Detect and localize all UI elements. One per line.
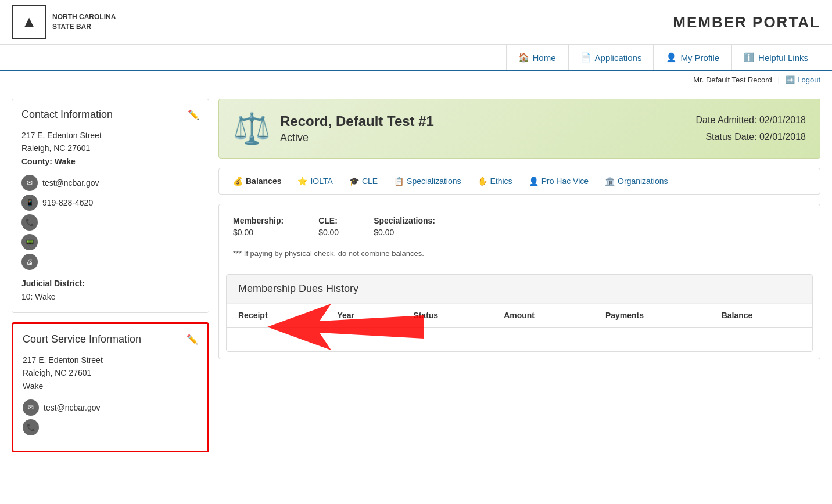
court-address-line1: 217 E. Edenton Street — [23, 354, 198, 366]
logo-symbol: ▲ — [12, 5, 46, 39]
court-email-row: ✉ test@ncbar.gov — [23, 399, 198, 416]
date-admitted-value: 02/01/2018 — [759, 115, 806, 125]
contact-info-title: Contact Information — [21, 109, 113, 121]
col-status: Status — [401, 304, 492, 327]
tab-ethics[interactable]: ✋ Ethics — [471, 173, 519, 189]
contact-edit-button[interactable]: ✏️ — [188, 109, 199, 120]
sidebar: Contact Information ✏️ 217 E. Edenton St… — [12, 99, 209, 452]
dues-history-table: Receipt Year Status Amount Payments Bala… — [227, 304, 812, 328]
membership-value: $0.00 — [233, 228, 284, 237]
county-line: County: Wake — [21, 155, 199, 168]
email-icon: ✉ — [21, 175, 38, 191]
court-card-header: Court Service Information ✏️ — [23, 333, 198, 345]
contact-fax-row: 🖨 — [21, 254, 199, 270]
court-county: Wake — [23, 380, 198, 393]
judicial-district-block: Judicial District: 10: Wake — [21, 277, 199, 303]
court-service-info-card: Court Service Information ✏️ 217 E. Eden… — [12, 322, 209, 452]
user-name: Mr. Default Test Record — [693, 75, 772, 84]
table-wrapper: Receipt Year Status Amount Payments Bala… — [227, 304, 812, 328]
county-value: Wake — [55, 157, 76, 166]
status-date-line: Status Date: 02/01/2018 — [696, 129, 806, 146]
cle-label: CLE: — [318, 216, 339, 225]
org-name: NORTH CAROLINA STATE BAR — [52, 12, 116, 32]
court-phone-row: 📞 — [23, 419, 198, 435]
phone-icon: 📞 — [21, 214, 38, 231]
court-address: 217 E. Edenton Street Raleigh, NC 27601 … — [23, 354, 198, 393]
nav-helpful-links[interactable]: ℹ️ Helpful Links — [731, 45, 820, 70]
contact-icons-list: ✉ test@ncbar.gov 📱 919-828-4620 📞 📟 🖨 — [21, 175, 199, 270]
main-content: ⚖️ Record, Default Test #1 Active Date A… — [218, 99, 820, 359]
date-admitted-label: Date Admitted: — [696, 115, 757, 125]
nav-my-profile[interactable]: 👤 My Profile — [654, 45, 731, 70]
specializations-label: Specializations: — [374, 216, 435, 225]
contact-mobile2-row: 📟 — [21, 234, 199, 250]
specializations-icon: 📋 — [394, 177, 404, 186]
profile-info: Record, Default Test #1 Active — [280, 113, 434, 144]
court-address-line2: Raleigh, NC 27601 — [23, 366, 198, 379]
nav-bar: 🏠 Home 📄 Applications 👤 My Profile ℹ️ He… — [0, 45, 832, 71]
balances-section: Membership: $0.00 CLE: $0.00 Specializat… — [218, 204, 820, 359]
nav-applications[interactable]: 📄 Applications — [568, 45, 654, 70]
tab-iolta[interactable]: ⭐ IOLTA — [291, 173, 339, 189]
cle-icon: 🎓 — [349, 177, 359, 186]
user-bar: Mr. Default Test Record | ➡️ Logout — [0, 71, 832, 89]
court-phone-icon: 📞 — [23, 419, 39, 435]
court-service-title: Court Service Information — [23, 333, 141, 345]
dues-history-title: Membership Dues History — [227, 275, 812, 304]
contact-card-header: Contact Information ✏️ — [21, 109, 199, 121]
dues-history-section: Membership Dues History Receipt Year Sta… — [226, 274, 813, 352]
cle-value: $0.00 — [318, 228, 339, 237]
portal-title: MEMBER PORTAL — [673, 13, 820, 31]
profile-card: ⚖️ Record, Default Test #1 Active Date A… — [218, 99, 820, 159]
address-line2: Raleigh, NC 27601 — [21, 142, 199, 154]
status-date-value: 02/01/2018 — [759, 132, 806, 142]
table-header: Receipt Year Status Amount Payments Bala… — [227, 304, 812, 327]
tab-organizations[interactable]: 🏛️ Organizations — [598, 173, 675, 189]
court-email-icon: ✉ — [23, 399, 39, 416]
specializations-balance: Specializations: $0.00 — [374, 216, 435, 237]
helpful-links-icon: ℹ️ — [744, 52, 755, 63]
phone-value: 919-828-4620 — [42, 198, 93, 207]
balance-note: *** If paying by physical check, do not … — [219, 249, 820, 267]
col-year: Year — [325, 304, 401, 327]
pro-hac-vice-icon: 👤 — [529, 177, 539, 186]
email-value: test@ncbar.gov — [42, 178, 99, 188]
organizations-icon: 🏛️ — [605, 177, 615, 186]
court-email-value: test@ncbar.gov — [44, 403, 101, 412]
tablet-icon: 📟 — [21, 234, 38, 250]
contact-phone-row: 📱 919-828-4620 — [21, 195, 199, 211]
date-admitted-line: Date Admitted: 02/01/2018 — [696, 112, 806, 129]
ethics-icon: ✋ — [478, 177, 487, 186]
tab-pro-hac-vice[interactable]: 👤 Pro Hac Vice — [522, 173, 596, 189]
profile-dates: Date Admitted: 02/01/2018 Status Date: 0… — [696, 112, 806, 146]
tab-specializations[interactable]: 📋 Specializations — [387, 173, 468, 189]
profile-name: Record, Default Test #1 — [280, 113, 434, 129]
separator: | — [778, 75, 780, 84]
address-line1: 217 E. Edenton Street — [21, 129, 199, 142]
nav-home[interactable]: 🏠 Home — [506, 45, 568, 70]
profile-status: Active — [280, 132, 434, 144]
iolta-icon: ⭐ — [297, 177, 307, 186]
contact-info-card: Contact Information ✏️ 217 E. Edenton St… — [12, 99, 209, 313]
tabs-bar: 💰 Balances ⭐ IOLTA 🎓 CLE 📋 Specializatio… — [218, 168, 820, 195]
logout-icon: ➡️ — [786, 75, 795, 84]
header: ▲ NORTH CAROLINA STATE BAR MEMBER PORTAL — [0, 0, 832, 45]
col-receipt: Receipt — [227, 304, 325, 327]
home-icon: 🏠 — [518, 52, 529, 63]
court-edit-button[interactable]: ✏️ — [187, 334, 198, 345]
status-date-label: Status Date: — [705, 132, 756, 142]
mobile-icon: 📱 — [21, 195, 38, 211]
tab-balances[interactable]: 💰 Balances — [226, 173, 288, 189]
membership-balance: Membership: $0.00 — [233, 216, 284, 237]
specializations-value: $0.00 — [374, 228, 435, 237]
col-amount: Amount — [492, 304, 594, 327]
balances-summary: Membership: $0.00 CLE: $0.00 Specializat… — [219, 204, 820, 249]
tab-cle[interactable]: 🎓 CLE — [342, 173, 385, 189]
balances-icon: 💰 — [233, 177, 243, 186]
fax-icon: 🖨 — [21, 254, 38, 270]
scales-of-justice-icon: ⚖️ — [233, 111, 271, 146]
logo-area: ▲ NORTH CAROLINA STATE BAR — [12, 5, 116, 39]
membership-label: Membership: — [233, 216, 284, 225]
logout-button[interactable]: ➡️ Logout — [786, 75, 820, 84]
applications-icon: 📄 — [580, 52, 591, 63]
